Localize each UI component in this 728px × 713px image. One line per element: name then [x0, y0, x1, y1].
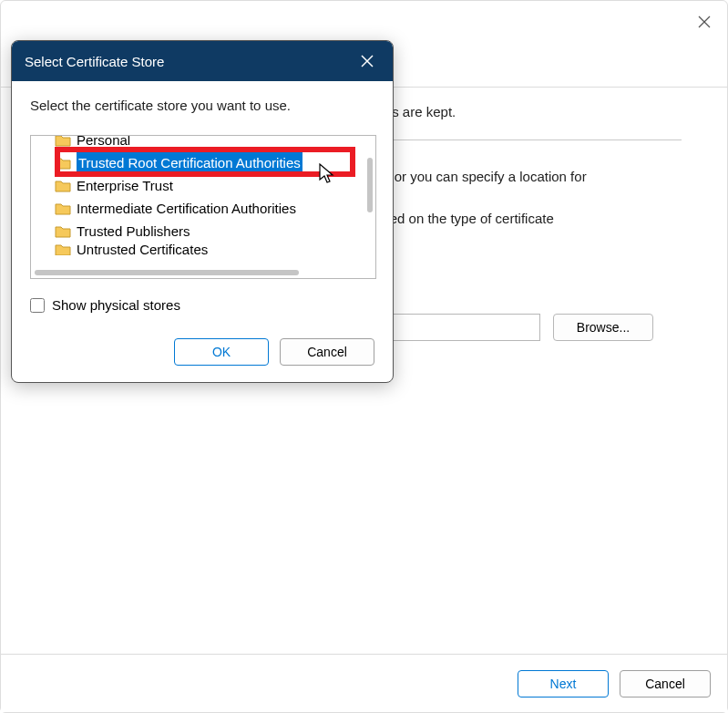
folder-icon — [55, 179, 71, 192]
wizard-body-divider — [356, 140, 682, 140]
tree-item-trusted-root-ca[interactable]: Trusted Root Certification Authorities — [55, 151, 372, 174]
tree-item-trusted-publishers[interactable]: Trusted Publishers — [55, 220, 372, 243]
folder-icon — [55, 202, 71, 215]
modal-prompt: Select the certificate store you want to… — [30, 98, 374, 113]
modal-footer: OK Cancel — [12, 327, 393, 382]
tree-item-label: Trusted Root Certification Authorities — [77, 151, 302, 174]
folder-icon — [55, 135, 71, 147]
certificate-store-tree[interactable]: Personal Trusted Root Certification Auth… — [30, 135, 376, 279]
modal-title: Select Certificate Store — [25, 54, 164, 69]
modal-titlebar: Select Certificate Store — [12, 41, 393, 81]
vertical-scrollbar[interactable] — [367, 158, 373, 212]
wizard-footer: Next Cancel — [1, 654, 727, 712]
tree-item-intermediate-ca[interactable]: Intermediate Certification Authorities — [55, 197, 372, 220]
tree-item-untrusted-certificates[interactable]: Untrusted Certificates — [55, 243, 372, 255]
show-physical-stores-input[interactable] — [30, 298, 45, 313]
folder-icon — [55, 156, 71, 170]
select-certificate-store-dialog: Select Certificate Store Select the cert… — [11, 40, 394, 383]
wizard-cancel-button[interactable]: Cancel — [620, 670, 711, 698]
modal-close-button[interactable] — [354, 48, 380, 74]
folder-icon — [55, 224, 71, 238]
tree-item-label: Trusted Publishers — [77, 220, 190, 243]
close-icon — [698, 16, 711, 28]
ok-button[interactable]: OK — [174, 338, 269, 366]
browse-button[interactable]: Browse... — [553, 314, 653, 341]
close-icon — [361, 55, 374, 67]
show-physical-stores-checkbox[interactable]: Show physical stores — [30, 297, 374, 313]
folder-icon — [55, 243, 71, 255]
tree-item-label: Enterprise Trust — [77, 174, 173, 197]
next-button[interactable]: Next — [518, 670, 609, 698]
horizontal-scrollbar[interactable] — [35, 270, 299, 275]
show-physical-stores-label: Show physical stores — [52, 297, 180, 313]
tree-item-label: Intermediate Certification Authorities — [77, 197, 296, 220]
wizard-close-button[interactable] — [694, 12, 714, 32]
tree-item-label: Untrusted Certificates — [77, 243, 208, 255]
tree-item-enterprise-trust[interactable]: Enterprise Trust — [55, 174, 372, 197]
modal-cancel-button[interactable]: Cancel — [280, 338, 374, 366]
tree-item-label: Personal — [77, 135, 130, 151]
tree-item-personal[interactable]: Personal — [55, 135, 372, 151]
